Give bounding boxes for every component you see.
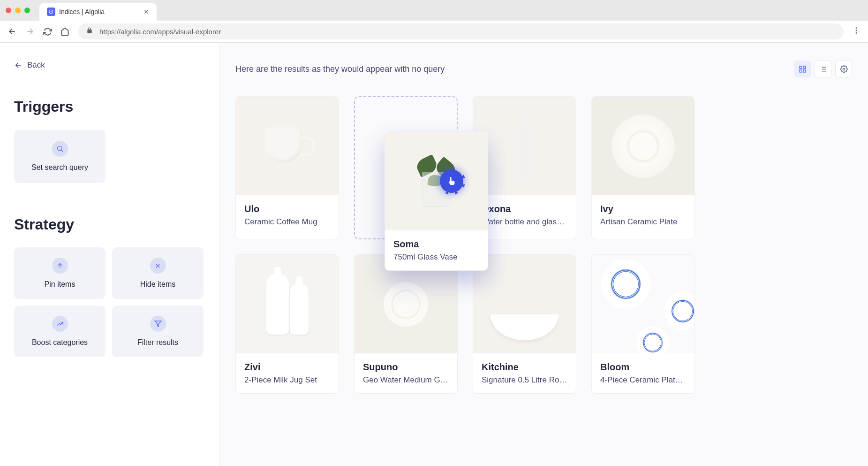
card-subtitle: Water bottle and glass set — [482, 217, 567, 227]
view-controls — [794, 61, 852, 77]
svg-rect-8 — [803, 69, 805, 72]
grid-view-button[interactable] — [794, 61, 811, 77]
nav-back-icon[interactable] — [8, 27, 17, 36]
product-image — [473, 97, 576, 195]
svg-rect-5 — [800, 66, 802, 69]
product-image — [236, 255, 339, 353]
product-image — [592, 255, 694, 353]
browser-chrome: Indices | Algolia ✕ https://algolia.com/… — [0, 0, 868, 43]
strategy-grid: Pin items Hide items Boost categories Fi… — [14, 247, 205, 357]
results-text: Here are the results as they would appea… — [235, 64, 445, 74]
trend-icon — [52, 316, 68, 332]
product-image — [473, 255, 576, 353]
arrow-up-icon — [52, 258, 68, 274]
result-card[interactable]: Supuno Geo Water Medium Glass — [354, 254, 458, 394]
list-view-button[interactable] — [815, 61, 831, 77]
result-card[interactable]: Oxona Water bottle and glass set — [473, 96, 576, 239]
url-text: https://algolia.com/apps/visual-explorer — [99, 28, 221, 36]
main-content: Here are the results as they would appea… — [219, 43, 868, 466]
svg-point-1 — [856, 27, 857, 29]
svg-point-2 — [856, 30, 857, 31]
browser-toolbar: https://algolia.com/apps/visual-explorer — [0, 21, 868, 42]
nav-reload-icon[interactable] — [43, 27, 52, 36]
strategy-label: Hide items — [140, 280, 176, 289]
browser-menu-icon[interactable] — [852, 26, 860, 37]
card-subtitle: 4-Piece Ceramic Plate Set — [600, 375, 686, 385]
search-icon — [52, 141, 68, 157]
window-minimize[interactable] — [15, 8, 21, 13]
card-title: Ulo — [244, 204, 330, 214]
strategy-label: Boost categories — [32, 338, 88, 347]
settings-button[interactable] — [835, 61, 852, 77]
drag-cursor-icon — [440, 169, 463, 193]
card-subtitle: Geo Water Medium Glass — [363, 375, 449, 385]
card-title: Kitchine — [482, 362, 567, 373]
card-title: Bloom — [600, 362, 686, 373]
card-subtitle: Signature 0.5 Litre Roun... — [482, 375, 567, 385]
address-bar[interactable]: https://algolia.com/apps/visual-explorer — [78, 23, 844, 39]
strategy-label: Filter results — [137, 338, 178, 347]
strategy-hide-items[interactable]: Hide items — [112, 247, 204, 299]
card-subtitle: 2-Piece Milk Jug Set — [244, 375, 330, 385]
app: Back Triggers Set search query Strategy … — [0, 43, 868, 466]
favicon — [47, 8, 55, 16]
lock-icon — [86, 27, 93, 36]
product-image — [592, 97, 694, 195]
card-title: Soma — [393, 239, 479, 250]
sidebar: Back Triggers Set search query Strategy … — [0, 43, 219, 466]
window-controls — [6, 8, 30, 13]
product-image — [236, 97, 339, 195]
svg-point-3 — [856, 32, 857, 34]
strategy-boost-categories[interactable]: Boost categories — [14, 306, 106, 357]
trigger-set-search-query[interactable]: Set search query — [14, 130, 106, 183]
filter-icon — [150, 316, 166, 332]
strategy-label: Pin items — [45, 280, 75, 289]
product-image — [385, 132, 488, 230]
tab-close-icon[interactable]: ✕ — [143, 8, 149, 15]
card-subtitle: Artisan Ceramic Plate — [600, 217, 686, 227]
window-maximize[interactable] — [24, 8, 30, 13]
card-title: Oxona — [482, 204, 567, 214]
back-label: Back — [27, 61, 45, 70]
strategy-title: Strategy — [14, 216, 205, 233]
result-card[interactable]: Kitchine Signature 0.5 Litre Roun... — [473, 254, 576, 394]
trigger-label: Set search query — [31, 163, 88, 172]
svg-rect-7 — [800, 69, 802, 72]
triggers-title: Triggers — [14, 98, 205, 115]
strategy-filter-results[interactable]: Filter results — [112, 306, 204, 357]
svg-point-4 — [57, 146, 61, 151]
svg-point-15 — [843, 68, 845, 70]
window-close[interactable] — [6, 8, 11, 13]
card-title: Zivi — [244, 362, 330, 373]
main-header: Here are the results as they would appea… — [235, 61, 852, 77]
tab-title: Indices | Algolia — [59, 8, 140, 15]
tab-bar: Indices | Algolia ✕ — [0, 0, 868, 21]
result-card[interactable]: Ivy Artisan Ceramic Plate — [591, 96, 695, 239]
svg-rect-6 — [803, 66, 805, 69]
strategy-pin-items[interactable]: Pin items — [14, 247, 106, 299]
back-link[interactable]: Back — [14, 61, 205, 70]
close-icon — [150, 258, 166, 274]
nav-home-icon[interactable] — [60, 27, 69, 36]
card-title: Supuno — [363, 362, 449, 373]
browser-tab[interactable]: Indices | Algolia ✕ — [39, 3, 157, 21]
result-card[interactable]: Ulo Ceramic Coffee Mug — [235, 96, 339, 239]
card-subtitle: 750ml Glass Vase — [393, 252, 479, 262]
nav-forward-icon[interactable] — [25, 27, 35, 36]
result-card[interactable]: Zivi 2-Piece Milk Jug Set — [235, 254, 339, 394]
result-card[interactable]: Bloom 4-Piece Ceramic Plate Set — [591, 254, 695, 394]
card-subtitle: Ceramic Coffee Mug — [244, 217, 330, 227]
dragging-card[interactable]: Soma 750ml Glass Vase — [385, 131, 488, 271]
card-title: Ivy — [600, 204, 686, 214]
results-grid: Ulo Ceramic Coffee Mug — [235, 96, 852, 394]
